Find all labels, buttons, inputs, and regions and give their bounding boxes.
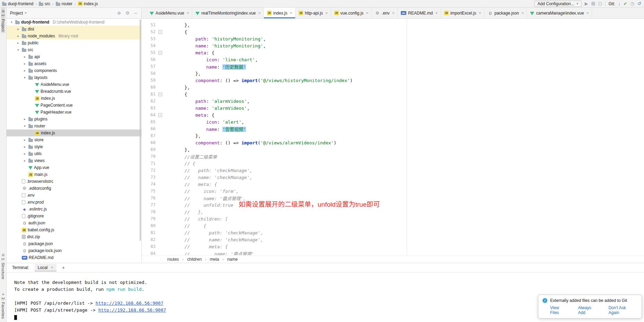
notification-link-always-add[interactable]: Always Add xyxy=(578,305,599,315)
project-scrollbar[interactable] xyxy=(140,19,141,241)
tree-item-api[interactable]: ▸api xyxy=(7,53,141,60)
stripe-structure-button[interactable]: ▤ 1: Structure xyxy=(1,251,5,281)
tree-item-eslintrc-js[interactable]: ◆.eslintrc.js xyxy=(7,206,141,213)
chevron-collapsed-icon[interactable]: ▸ xyxy=(23,69,27,72)
debug-icon[interactable] xyxy=(591,2,595,6)
tree-item-dist[interactable]: ▸dist xyxy=(7,26,141,33)
tab-index-js[interactable]: JSindex.js✕ xyxy=(264,8,295,18)
tree-item-editorconfig[interactable]: ⚙.editorconfig xyxy=(7,185,141,192)
chevron-collapsed-icon[interactable]: ▸ xyxy=(23,55,27,59)
hide-panel-icon[interactable]: ─ xyxy=(134,11,137,15)
tree-item-pageheader-vue[interactable]: PageHeader.vue xyxy=(7,109,141,116)
tree-item-index-js[interactable]: JSindex.js xyxy=(7,129,141,136)
chevron-expanded-icon[interactable]: ▾ xyxy=(23,76,27,79)
tree-item-store[interactable]: ▸store xyxy=(7,136,141,143)
tree-item-router[interactable]: ▾router xyxy=(7,123,141,129)
tree-item-components[interactable]: ▸components xyxy=(7,67,141,74)
stripe-project-button[interactable]: ▦ 1: Project xyxy=(1,8,5,33)
git-rollback-icon[interactable]: ↺ xyxy=(637,1,641,6)
tree-item-views[interactable]: ▸views xyxy=(7,157,141,164)
notification-link-view-files[interactable]: View Files xyxy=(550,305,569,315)
tree-item-src[interactable]: ▾src xyxy=(7,46,141,53)
code-editor[interactable]: 51 },52− {53 path: 'historyMonitoring',5… xyxy=(142,19,644,255)
tree-item-style[interactable]: ▸style xyxy=(7,143,141,150)
tree-item-assets[interactable]: ▸assets xyxy=(7,60,141,67)
tree-item-gitignore[interactable]: .gitignore xyxy=(7,213,141,220)
tree-item-package-json[interactable]: { }package.json xyxy=(7,240,141,247)
chevron-expanded-icon[interactable]: ▾ xyxy=(23,124,27,128)
profiler-icon[interactable] xyxy=(598,2,602,6)
tab-cameramanage-index-vue[interactable]: cameraManage\index.vue✕ xyxy=(527,8,592,18)
terminal-link[interactable]: http://192.168.66.56:9007 xyxy=(96,301,164,306)
close-icon[interactable]: ✕ xyxy=(435,11,438,15)
tree-item-node-modules[interactable]: ▸node_moduleslibrary root xyxy=(7,33,141,39)
breadcrumb-item-index-js[interactable]: JSindex.js xyxy=(78,1,98,6)
tree-item-asidemenu-vue[interactable]: AsideMenu.vue xyxy=(7,81,141,88)
history-icon[interactable]: ◷ xyxy=(630,1,634,6)
tree-item-index-js[interactable]: JSindex.js xyxy=(7,95,141,102)
terminal-tab-local[interactable]: Local ✕ xyxy=(35,264,56,271)
fold-marker[interactable]: − xyxy=(158,113,163,117)
close-icon[interactable]: ✕ xyxy=(392,11,395,15)
tab-asidemenu-vue[interactable]: AsideMenu.vue✕ xyxy=(147,8,192,18)
tree-item-utils[interactable]: ▸utils xyxy=(7,150,141,157)
chevron-collapsed-icon[interactable]: ▸ xyxy=(23,117,27,121)
tree-item-main-js[interactable]: JSmain.js xyxy=(7,171,141,178)
terminal-link[interactable]: http://192.168.66.56:9007 xyxy=(98,307,166,313)
chevron-collapsed-icon[interactable]: ▸ xyxy=(23,145,27,149)
chevron-collapsed-icon[interactable]: ▸ xyxy=(23,62,27,65)
tree-item-env-prod[interactable]: .env.prod xyxy=(7,199,141,206)
breadcrumb-item-name[interactable]: name xyxy=(227,257,238,262)
close-icon[interactable]: ✕ xyxy=(51,266,53,269)
notification-link-don-t-ask-again[interactable]: Don't Ask Again xyxy=(608,305,637,315)
tree-item-duoji-frontend[interactable]: ▾duoji-frontendD:\zheheWeb\duoji-fronten… xyxy=(7,19,141,26)
close-icon[interactable]: ✕ xyxy=(290,11,292,15)
tree-item-env[interactable]: .env xyxy=(7,192,141,199)
tree-item-package-lock-json[interactable]: { }package-lock.json xyxy=(7,247,141,254)
close-icon[interactable]: ✕ xyxy=(366,11,369,15)
close-icon[interactable]: ✕ xyxy=(479,11,482,15)
run-icon[interactable]: ▶ xyxy=(585,1,588,6)
close-icon[interactable]: ✕ xyxy=(521,11,524,15)
add-configuration-button[interactable]: Add Configuration... ▾ xyxy=(534,1,582,7)
chevron-expanded-icon[interactable]: ▾ xyxy=(9,20,14,24)
tree-item-dist-zip[interactable]: dist.zip xyxy=(7,233,141,240)
tab-vue-config-js[interactable]: JSvue.config.js✕ xyxy=(331,8,372,18)
breadcrumb-item-children[interactable]: children xyxy=(187,257,202,262)
fold-marker[interactable]: − xyxy=(158,30,163,34)
breadcrumb-item-duoji-frontend[interactable]: duoji-frontend xyxy=(2,1,33,6)
tab-package-json[interactable]: { }package.json✕ xyxy=(484,8,527,18)
fold-marker[interactable]: − xyxy=(158,92,163,96)
locate-file-icon[interactable]: ⊕ xyxy=(117,11,121,15)
tree-item-plugins[interactable]: ▸plugins xyxy=(7,116,141,123)
tree-item-browserslistrc[interactable]: .browserslistrc xyxy=(7,178,141,185)
tree-item-babel-config-js[interactable]: JSbabel.config.js xyxy=(7,226,141,233)
new-terminal-button[interactable]: + xyxy=(62,265,65,270)
chevron-collapsed-icon[interactable]: ▸ xyxy=(23,159,27,162)
fold-marker[interactable]: − xyxy=(158,51,163,55)
tab-importexcel-js[interactable]: JSimportExcel.js✕ xyxy=(441,8,484,18)
breadcrumb-item-router[interactable]: router xyxy=(56,1,72,6)
settings-gear-icon[interactable]: ⚙ xyxy=(125,11,130,15)
chevron-expanded-icon[interactable]: ▾ xyxy=(16,48,20,52)
chevron-collapsed-icon[interactable]: ▸ xyxy=(23,138,27,142)
tree-item-layouts[interactable]: ▾layouts xyxy=(7,74,141,81)
git-commit-icon[interactable]: ✔ xyxy=(624,1,627,6)
tree-item-app-vue[interactable]: App.vue xyxy=(7,164,141,171)
stripe-favorites-button[interactable]: ★ 2: Favorites xyxy=(1,291,5,321)
chevron-collapsed-icon[interactable]: ▸ xyxy=(16,34,20,38)
git-update-icon[interactable]: ↓ xyxy=(618,1,620,6)
project-view-selector[interactable]: Project ▾ xyxy=(10,11,26,16)
tab-http-api-js[interactable]: JShttp-api.js✕ xyxy=(295,8,331,18)
breadcrumb-item-src[interactable]: src xyxy=(39,1,50,6)
tab-readme-md[interactable]: MDREADME.md✕ xyxy=(398,8,441,18)
tree-item-pagecontent-vue[interactable]: PageContent.vue xyxy=(7,102,141,109)
breadcrumb-item-routes[interactable]: routes xyxy=(167,257,179,262)
close-icon[interactable]: ✕ xyxy=(258,11,261,15)
tree-item-breadcrumb-vue[interactable]: Breadcrumb.vue xyxy=(7,88,141,95)
tree-item-public[interactable]: ▸public xyxy=(7,39,141,46)
tree-item-readme-md[interactable]: MDREADME.md xyxy=(7,254,141,261)
tree-item-auth-json[interactable]: { }auth.json xyxy=(7,220,141,226)
breadcrumb-item-meta[interactable]: meta xyxy=(210,257,219,262)
chevron-collapsed-icon[interactable]: ▸ xyxy=(16,27,20,31)
